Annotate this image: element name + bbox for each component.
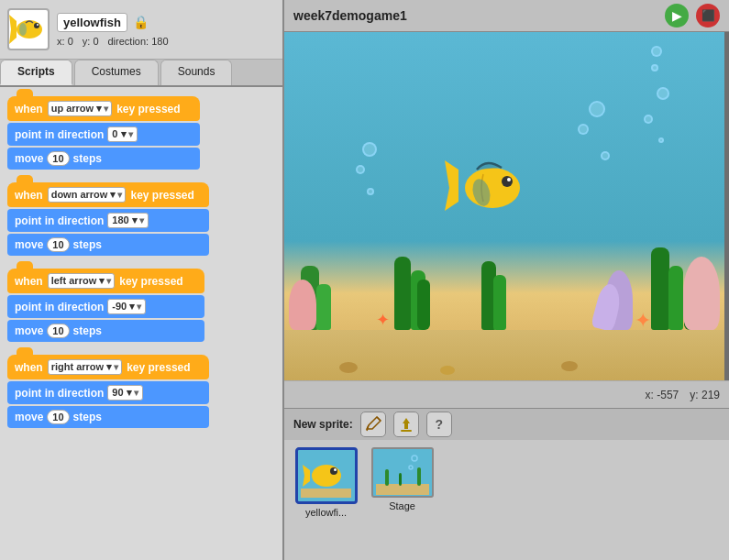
coord-x-value: 0 xyxy=(68,36,73,47)
svg-marker-5 xyxy=(445,160,458,211)
move-text-3: move xyxy=(15,324,43,337)
svg-point-17 xyxy=(334,468,337,471)
sprite-name-box[interactable]: yellowfish xyxy=(57,13,127,32)
dir-text-3: point in direction xyxy=(15,301,104,313)
hat-block-left[interactable]: when left arrow ▾ key pressed xyxy=(7,269,204,293)
motion-dir-block-1[interactable]: point in direction 0 ▾ xyxy=(7,123,200,146)
pebble-3 xyxy=(561,361,578,371)
bubble-1 xyxy=(651,46,662,57)
coral-pink-1 xyxy=(289,280,316,330)
stage-thumb-img xyxy=(371,447,434,498)
dir-text-1: point in direction xyxy=(15,128,104,141)
motion-move-block-2[interactable]: move 10 steps xyxy=(7,234,209,256)
seaweed-9 xyxy=(651,247,669,330)
seaweed-4 xyxy=(394,257,411,330)
motion-move-block-4[interactable]: move 10 steps xyxy=(7,406,209,428)
starfish-1: ✦ xyxy=(376,310,390,330)
move-value-1[interactable]: 10 xyxy=(47,151,69,166)
upload-sprite-button[interactable] xyxy=(393,412,419,437)
scripts-area: when up arrow ▾ key pressed point in dir… xyxy=(0,87,282,560)
hat-dropdown-2[interactable]: down arrow ▾ xyxy=(48,187,127,203)
bubble-11 xyxy=(601,151,610,160)
bubble-10 xyxy=(578,124,589,135)
svg-rect-20 xyxy=(385,469,389,486)
stage-controls: ▶ ⬛ xyxy=(665,4,720,27)
seaweed-6 xyxy=(417,280,430,330)
pebble-2 xyxy=(440,366,455,375)
script-group-right: when right arrow ▾ key pressed point in … xyxy=(7,355,275,428)
stage-coord-x: x: -557 xyxy=(646,389,679,401)
hat-suffix-3: key pressed xyxy=(119,275,182,288)
sprite-info: yellowfish 🔒 x: 0 y: 0 direction: 180 xyxy=(57,13,275,47)
hat-block-up[interactable]: when up arrow ▾ key pressed xyxy=(7,96,200,121)
dir-value-4[interactable]: 90 ▾ xyxy=(107,385,142,401)
hat-dropdown-1[interactable]: up arrow ▾ xyxy=(48,101,113,116)
tab-sounds[interactable]: Sounds xyxy=(160,60,233,85)
question-mark-icon: ? xyxy=(435,417,443,432)
motion-move-block-3[interactable]: move 10 steps xyxy=(7,320,204,342)
svg-point-16 xyxy=(330,467,337,475)
dir-text-4: point in direction xyxy=(15,387,104,400)
hat-dropdown-4[interactable]: right arrow ▾ xyxy=(48,359,123,375)
script-group-down: when down arrow ▾ key pressed point in d… xyxy=(7,182,275,256)
hat-suffix-2: key pressed xyxy=(130,189,193,202)
motion-dir-block-4[interactable]: point in direction 90 ▾ xyxy=(7,381,209,404)
red-stop-button[interactable]: ⬛ xyxy=(696,4,720,27)
dir-value-2[interactable]: 180 ▾ xyxy=(107,213,148,228)
svg-point-3 xyxy=(37,24,39,26)
lock-icon: 🔒 xyxy=(133,15,149,29)
sprite-header: yellowfish 🔒 x: 0 y: 0 direction: 180 xyxy=(0,0,282,60)
dir-value-1[interactable]: 0 ▾ xyxy=(107,126,137,142)
svg-marker-1 xyxy=(9,15,17,44)
coord-dir-value: 180 xyxy=(151,36,168,47)
sprites-panel: yellowfi... xyxy=(284,440,729,560)
sprite-icon xyxy=(7,8,50,50)
paint-sprite-button[interactable] xyxy=(360,412,386,437)
steps-text-2: steps xyxy=(73,238,102,251)
seaweed-10 xyxy=(668,266,683,330)
move-text-2: move xyxy=(15,238,43,251)
move-text-1: move xyxy=(15,152,43,165)
bubble-7 xyxy=(356,165,365,174)
dir-value-3[interactable]: -90 ▾ xyxy=(107,299,146,314)
fish-sprite xyxy=(445,156,532,220)
motion-move-block-1[interactable]: move 10 steps xyxy=(7,148,200,170)
svg-rect-21 xyxy=(399,473,402,486)
bubble-9 xyxy=(589,101,605,117)
steps-text-3: steps xyxy=(73,324,102,337)
stage-header: week7demogame1 ▶ ⬛ xyxy=(284,0,729,32)
green-flag-button[interactable]: ▶ xyxy=(665,4,689,27)
move-text-4: move xyxy=(15,411,43,423)
coord-y-value: 0 xyxy=(93,36,98,47)
stage-info-bar: x: -557 y: 219 xyxy=(284,380,729,408)
move-value-2[interactable]: 10 xyxy=(47,237,69,252)
move-value-3[interactable]: 10 xyxy=(47,324,69,338)
hat-block-down[interactable]: when down arrow ▾ key pressed xyxy=(7,182,209,207)
sprite-thumb-stage[interactable]: Stage xyxy=(368,447,436,521)
seaweed-2 xyxy=(316,284,331,330)
pebble-1 xyxy=(339,362,358,373)
tab-scripts[interactable]: Scripts xyxy=(0,60,72,85)
sprite-thumb-yellowfish[interactable]: yellowfi... xyxy=(292,447,360,521)
script-group-left: when left arrow ▾ key pressed point in d… xyxy=(7,269,275,342)
svg-point-7 xyxy=(502,176,513,187)
svg-point-8 xyxy=(507,178,511,181)
motion-dir-block-3[interactable]: point in direction -90 ▾ xyxy=(7,295,204,318)
sprite-coords: x: 0 y: 0 direction: 180 xyxy=(57,36,275,47)
steps-text-4: steps xyxy=(73,411,102,423)
hat-block-right[interactable]: when right arrow ▾ key pressed xyxy=(7,355,209,379)
motion-dir-block-2[interactable]: point in direction 180 ▾ xyxy=(7,209,209,232)
move-value-4[interactable]: 10 xyxy=(47,410,69,424)
tab-costumes[interactable]: Costumes xyxy=(74,60,159,85)
hat-when-label-4: when xyxy=(15,361,43,374)
right-panel: week7demogame1 ▶ ⬛ xyxy=(284,0,729,560)
svg-rect-19 xyxy=(376,484,429,495)
stage-canvas: ✦ ✦ xyxy=(284,32,724,380)
stage-coord-y: y: 219 xyxy=(690,389,720,401)
sprite-thumb-label-yellowfish: yellowfi... xyxy=(305,507,347,518)
svg-point-4 xyxy=(19,23,27,36)
ocean-background: ✦ ✦ xyxy=(284,32,724,380)
stage-thumb-label: Stage xyxy=(389,500,415,511)
mystery-sprite-button[interactable]: ? xyxy=(426,412,452,437)
hat-dropdown-3[interactable]: left arrow ▾ xyxy=(48,273,116,289)
